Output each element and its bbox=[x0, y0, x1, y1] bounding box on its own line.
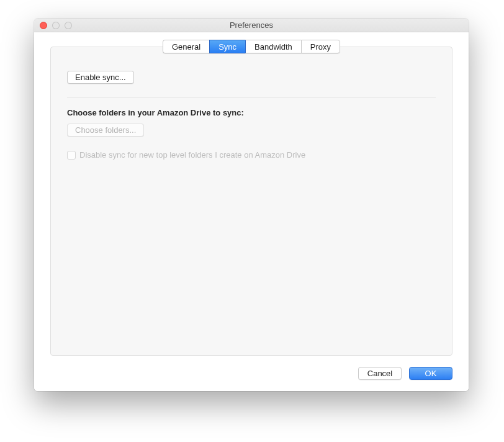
minimize-icon bbox=[52, 22, 60, 29]
choose-folders-label: Choose folders in your Amazon Drive to s… bbox=[67, 108, 436, 117]
tab-bandwidth[interactable]: Bandwidth bbox=[245, 40, 301, 53]
content-area: General Sync Bandwidth Proxy Enable sync… bbox=[34, 32, 469, 391]
divider bbox=[67, 97, 436, 98]
ok-button[interactable]: OK bbox=[409, 367, 452, 380]
disable-sync-checkbox[interactable] bbox=[67, 151, 76, 160]
sync-panel: Enable sync... Choose folders in your Am… bbox=[50, 47, 452, 356]
disable-sync-checkbox-row: Disable sync for new top level folders I… bbox=[67, 150, 436, 160]
footer: Cancel OK bbox=[34, 364, 469, 391]
close-icon[interactable] bbox=[40, 22, 47, 29]
tab-sync[interactable]: Sync bbox=[209, 40, 245, 53]
window-title: Preferences bbox=[34, 20, 469, 30]
preferences-window: Preferences General Sync Bandwidth Proxy… bbox=[34, 19, 469, 391]
maximize-icon bbox=[65, 22, 72, 29]
tab-segmented-control: General Sync Bandwidth Proxy bbox=[163, 40, 340, 53]
tab-general[interactable]: General bbox=[163, 40, 209, 53]
traffic-lights bbox=[34, 22, 72, 29]
cancel-button[interactable]: Cancel bbox=[358, 367, 402, 380]
enable-sync-button[interactable]: Enable sync... bbox=[67, 71, 134, 84]
tab-proxy[interactable]: Proxy bbox=[301, 40, 340, 53]
choose-folders-button[interactable]: Choose folders... bbox=[67, 124, 144, 137]
disable-sync-checkbox-label: Disable sync for new top level folders I… bbox=[79, 150, 305, 160]
titlebar[interactable]: Preferences bbox=[34, 19, 469, 32]
tabs-row: General Sync Bandwidth Proxy bbox=[34, 32, 469, 53]
